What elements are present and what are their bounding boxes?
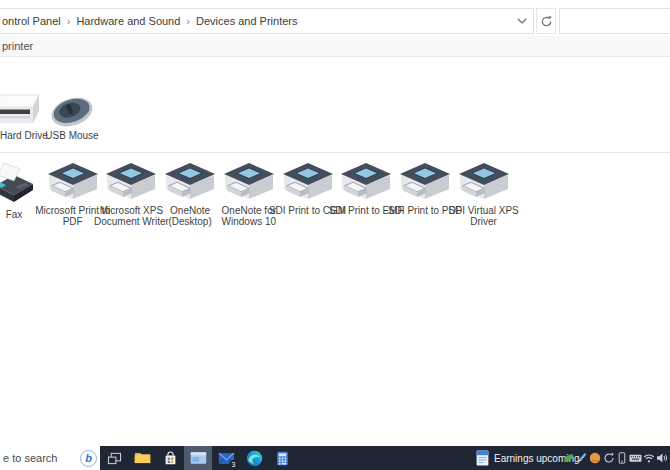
taskbar-apps: 3 <box>100 446 296 470</box>
printer-label: SDI Virtual XPS Driver <box>445 205 523 227</box>
system-tray <box>562 446 669 470</box>
taskbar-app-microsoft-store[interactable] <box>156 446 184 470</box>
chevron-down-icon <box>517 18 527 24</box>
taskbar-app-calculator[interactable] <box>268 446 296 470</box>
breadcrumb-dropdown-button[interactable] <box>511 9 533 33</box>
section-divider <box>0 152 670 153</box>
breadcrumb-separator-icon: › <box>186 15 190 27</box>
taskbar-app-file-explorer[interactable] <box>128 446 156 470</box>
bing-chat-icon[interactable]: b <box>80 450 97 467</box>
file-explorer-icon <box>134 451 151 465</box>
desktop-screen: ontrol Panel›Hardware and Sound›Devices … <box>0 0 670 470</box>
refresh-button[interactable] <box>536 8 556 34</box>
taskbar-search-box[interactable]: e to search b <box>0 446 100 470</box>
command-toolbar: printer <box>0 36 670 57</box>
content-area: Hard DriveUSB Mouse FaxMicrosoft Print t… <box>0 57 670 446</box>
taskbar-search-text: e to search <box>3 452 80 464</box>
breadcrumb-item[interactable]: ontrol Panel <box>2 15 61 27</box>
add-printer-button[interactable]: printer <box>0 36 33 56</box>
news-icon <box>476 450 489 466</box>
breadcrumb-item[interactable]: Hardware and Sound <box>76 15 180 27</box>
device-label: USB Mouse <box>33 130 111 141</box>
fax-icon <box>0 161 36 207</box>
calculator-icon <box>275 451 290 466</box>
task-view-icon <box>107 451 122 466</box>
printer-item[interactable]: SDI Virtual XPS Driver <box>445 161 523 227</box>
taskbar-app-mail[interactable]: 3 <box>212 446 240 470</box>
edge-icon <box>246 450 263 467</box>
taskbar-app-active-window[interactable] <box>184 446 212 470</box>
printer-icon <box>457 161 511 203</box>
hard-drive-icon <box>0 92 43 130</box>
microsoft-store-icon <box>163 451 178 466</box>
breadcrumb-item[interactable]: Devices and Printers <box>196 15 298 27</box>
active-window-icon <box>190 451 207 465</box>
refresh-icon <box>540 15 553 28</box>
breadcrumb-separator-icon: › <box>67 15 71 27</box>
phone-icon[interactable] <box>616 446 629 470</box>
address-bar: ontrol Panel›Hardware and Sound›Devices … <box>0 8 534 34</box>
touch-keyboard-icon[interactable] <box>629 446 642 470</box>
wifi-icon[interactable] <box>642 446 655 470</box>
sync-icon[interactable] <box>602 446 615 470</box>
mouse-icon <box>46 93 98 131</box>
breadcrumb: ontrol Panel›Hardware and Sound›Devices … <box>0 15 511 27</box>
green-app-icon[interactable] <box>562 446 575 470</box>
orange-app-icon[interactable] <box>589 446 602 470</box>
taskbar-app-task-view[interactable] <box>100 446 128 470</box>
volume-icon[interactable] <box>656 446 669 470</box>
taskbar: e to search b 3 Earnings upcoming <box>0 446 670 470</box>
notification-badge: 3 <box>229 460 238 469</box>
taskbar-app-edge[interactable] <box>240 446 268 470</box>
pen-app-icon[interactable] <box>575 446 588 470</box>
explorer-search-input[interactable] <box>559 8 670 34</box>
